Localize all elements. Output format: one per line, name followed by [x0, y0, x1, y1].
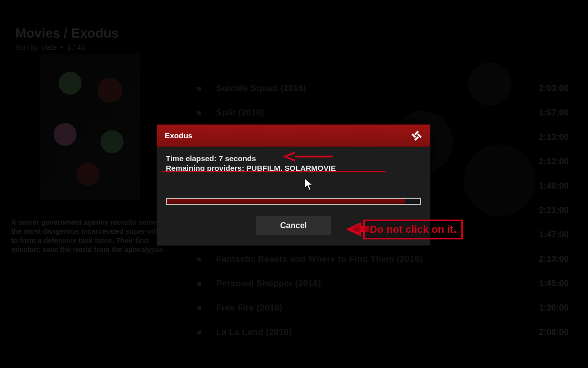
movie-duration: 1:45:00	[539, 279, 569, 289]
breadcrumb: Movies / Exodus Sort by: Date • 1 / 41	[15, 25, 119, 51]
movie-title: Free Fire (2016)	[216, 303, 282, 313]
list-item[interactable]: Fantastic Beasts and Where to Find Them …	[197, 247, 569, 271]
movie-duration: 1:57:00	[539, 108, 569, 118]
bullet-icon	[197, 258, 201, 261]
movie-poster	[40, 53, 140, 201]
movie-title: Personal Shopper (2016)	[216, 279, 321, 289]
movie-title: Suicide Squad (2016)	[216, 83, 306, 94]
page-title: Movies / Exodus	[15, 25, 119, 41]
movie-title: Split (2016)	[216, 108, 264, 118]
page-position: 1 / 41	[67, 43, 85, 51]
annotation-callout: Do not click on it.	[363, 220, 463, 239]
dialog-header: Exodus	[157, 125, 430, 147]
bullet-icon	[197, 87, 201, 90]
kodi-icon	[411, 130, 422, 141]
movie-duration: 1:48:00	[539, 181, 569, 191]
list-item[interactable]: La La Land (2016)2:08:00	[197, 320, 569, 345]
time-elapsed-label: Time elapsed: 7 seconds	[166, 154, 421, 163]
progress-fill	[167, 199, 405, 204]
movie-duration: 2:13:00	[539, 132, 569, 142]
sort-label: Sort by: Date	[15, 43, 57, 51]
movie-duration: 2:03:00	[539, 83, 569, 94]
bullet-icon	[197, 111, 201, 115]
synopsis-text: A secret government agency recruits some…	[11, 218, 174, 254]
progress-bar-container	[166, 198, 421, 205]
remaining-providers-label: Remaining providers: PUBFILM, SOLARMOVIE	[166, 164, 421, 172]
movie-duration: 2:08:00	[539, 327, 569, 338]
movie-title: La La Land (2016)	[216, 327, 292, 338]
list-item[interactable]: Split (2016)1:57:00	[197, 101, 569, 125]
movie-duration: 1:47:00	[539, 230, 569, 240]
movie-title: Fantastic Beasts and Where to Find Them …	[216, 254, 423, 264]
list-item[interactable]: Free Fire (2016)1:30:00	[197, 296, 569, 320]
cancel-button[interactable]: Cancel	[256, 216, 331, 235]
movie-duration: 2:12:00	[539, 157, 569, 167]
dialog-title: Exodus	[165, 131, 192, 140]
movie-duration: 2:13:00	[539, 254, 569, 264]
bullet-icon	[197, 306, 201, 310]
sort-info: Sort by: Date • 1 / 41	[15, 43, 119, 51]
movie-duration: 2:21:00	[539, 205, 569, 216]
bullet-icon	[197, 282, 201, 286]
list-item[interactable]: Suicide Squad (2016)2:03:00	[197, 76, 569, 101]
progress-track	[166, 198, 421, 205]
bullet-icon	[197, 331, 201, 334]
list-item[interactable]: Personal Shopper (2016)1:45:00	[197, 271, 569, 296]
movie-duration: 1:30:00	[539, 303, 569, 313]
